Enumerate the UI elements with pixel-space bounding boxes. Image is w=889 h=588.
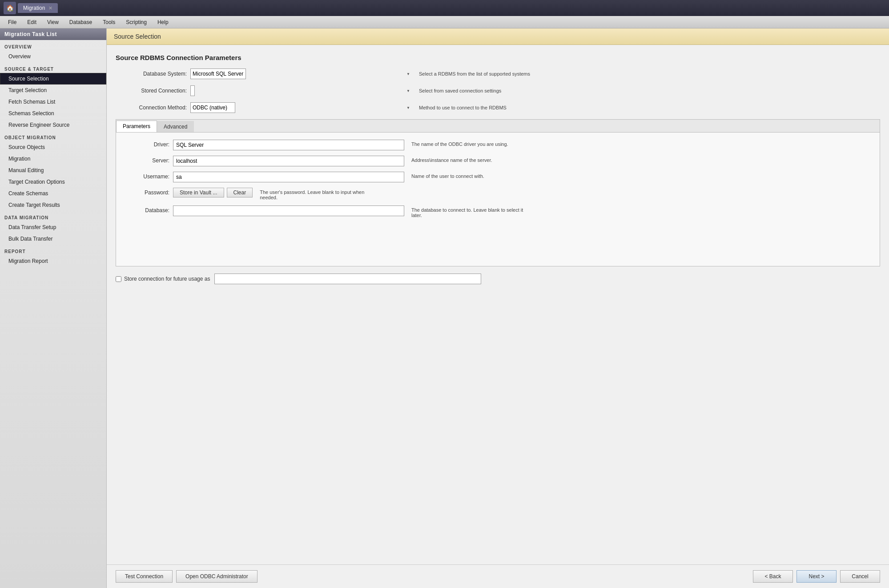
server-label: Server: [125,156,169,164]
connection-method-select[interactable]: ODBC (native) Standard TCP/IP [190,102,235,113]
title-bar: 🏠 Migration ✕ [0,0,889,16]
store-in-vault-button[interactable]: Store in Vault ... [173,188,224,197]
home-icon: 🏠 [6,4,14,12]
database-row: Database: The database to connect to. Le… [125,205,871,218]
sidebar-item-schemas-selection[interactable]: Schemas Selection [0,108,106,119]
password-label: Password: [125,188,169,196]
driver-row: Driver: The name of the ODBC driver you … [125,140,871,150]
sidebar-item-source-objects[interactable]: Source Objects [0,141,106,153]
menu-scripting[interactable]: Scripting [121,18,151,27]
open-odbc-button[interactable]: Open ODBC Administrator [176,570,257,583]
stored-connection-control: Select from saved connection settings [190,85,880,96]
migration-tab[interactable]: Migration ✕ [18,3,58,13]
sidebar-item-manual-editing[interactable]: Manual Editing [0,165,106,176]
sidebar-item-overview[interactable]: Overview [0,51,106,62]
database-system-select[interactable]: Microsoft SQL Server MySQL PostgreSQL Or… [190,68,246,79]
sidebar-item-bulk-transfer[interactable]: Bulk Data Transfer [0,233,106,245]
server-hint: Address\instance name of the server. [411,156,492,163]
connection-method-label: Connection Method: [116,105,187,111]
sidebar-item-migration[interactable]: Migration [0,153,106,165]
section-header: Source Selection [107,28,889,45]
database-label: Database: [125,205,169,213]
stored-connection-select-wrapper [190,85,413,96]
section-overview-label: OVERVIEW [0,40,106,51]
content-body: Source RDBMS Connection Parameters Datab… [107,45,889,564]
form-title: Source RDBMS Connection Parameters [116,54,880,61]
driver-input[interactable] [173,140,404,150]
store-connection-label[interactable]: Store connection for future usage as [116,276,210,282]
stored-connection-hint: Select from saved connection settings [419,88,501,93]
connection-method-hint: Method to use to connect to the RDBMS [419,105,507,110]
sidebar-item-reverse-engineer[interactable]: Reverse Engineer Source [0,119,106,131]
store-connection-checkbox[interactable] [116,276,121,282]
footer-bar: Test Connection Open ODBC Administrator … [107,564,889,588]
section-data-migration-label: DATA MIGRATION [0,211,106,222]
menu-bar: File Edit View Database Tools Scripting … [0,16,889,28]
username-row: Username: Name of the user to connect wi… [125,172,871,182]
sidebar-item-source-selection[interactable]: Source Selection [0,73,106,85]
tab-close-icon[interactable]: ✕ [48,5,52,11]
menu-file[interactable]: File [4,18,21,27]
database-input[interactable] [173,205,404,216]
database-system-hint: Select a RDBMS from the list of supporte… [419,71,530,77]
tab-advanced[interactable]: Advanced [157,121,194,132]
driver-hint: The name of the ODBC driver you are usin… [411,140,508,147]
menu-database[interactable]: Database [65,18,97,27]
store-connection-text: Store connection for future usage as [124,276,210,282]
menu-view[interactable]: View [43,18,63,27]
clear-password-button[interactable]: Clear [227,188,253,197]
database-system-row: Database System: Microsoft SQL Server My… [116,68,880,79]
password-hint: The user's password. Leave blank to inpu… [260,188,375,200]
password-row: Password: Store in Vault ... Clear The u… [125,188,871,200]
stored-connection-label: Stored Connection: [116,88,187,94]
sidebar-item-create-schemas[interactable]: Create Schemas [0,188,106,199]
menu-edit[interactable]: Edit [23,18,41,27]
store-connection-row: Store connection for future usage as [116,274,880,284]
sidebar-item-create-target-results[interactable]: Create Target Results [0,199,106,211]
tab-container: Parameters Advanced Driver: The name of … [116,119,880,266]
store-connection-input[interactable] [214,274,481,284]
password-buttons: Store in Vault ... Clear [173,188,253,197]
username-label: Username: [125,172,169,180]
section-report-label: REPORT [0,245,106,255]
sidebar-header: Migration Task List [0,28,106,40]
tab-parameters[interactable]: Parameters [116,121,157,132]
cancel-button[interactable]: Cancel [840,570,880,583]
database-system-label: Database System: [116,71,187,77]
database-system-control: Microsoft SQL Server MySQL PostgreSQL Or… [190,68,880,79]
tab-bar: Parameters Advanced [116,120,880,133]
connection-method-control: ODBC (native) Standard TCP/IP Method to … [190,102,880,113]
sidebar: Migration Task List OVERVIEW Overview SO… [0,28,107,588]
back-button[interactable]: < Back [753,570,793,583]
section-object-migration-label: OBJECT MIGRATION [0,131,106,141]
sidebar-item-target-selection[interactable]: Target Selection [0,85,106,96]
menu-help[interactable]: Help [153,18,173,27]
database-hint: The database to connect to. Leave blank … [411,205,527,218]
stored-connection-select[interactable] [190,85,195,96]
server-row: Server: Address\instance name of the ser… [125,156,871,166]
username-hint: Name of the user to connect with. [411,172,484,179]
content-area: Source Selection Source RDBMS Connection… [107,28,889,588]
section-source-target-label: SOURCE & TARGET [0,62,106,73]
test-connection-button[interactable]: Test Connection [116,570,173,583]
connection-method-row: Connection Method: ODBC (native) Standar… [116,102,880,113]
menu-tools[interactable]: Tools [98,18,120,27]
next-button[interactable]: Next > [796,570,837,583]
main-layout: Migration Task List OVERVIEW Overview SO… [0,28,889,588]
username-input[interactable] [173,172,404,182]
sidebar-item-fetch-schemas[interactable]: Fetch Schemas List [0,96,106,108]
driver-label: Driver: [125,140,169,148]
sidebar-item-migration-report[interactable]: Migration Report [0,255,106,267]
connection-method-select-wrapper: ODBC (native) Standard TCP/IP [190,102,413,113]
tab-content-parameters: Driver: The name of the ODBC driver you … [116,133,880,266]
database-system-select-wrapper: Microsoft SQL Server MySQL PostgreSQL Or… [190,68,413,79]
stored-connection-row: Stored Connection: Select from saved con… [116,85,880,96]
home-button[interactable]: 🏠 [4,2,16,14]
tab-label: Migration [23,5,45,11]
sidebar-item-target-creation[interactable]: Target Creation Options [0,176,106,188]
sidebar-item-data-transfer[interactable]: Data Transfer Setup [0,222,106,233]
server-input[interactable] [173,156,404,166]
